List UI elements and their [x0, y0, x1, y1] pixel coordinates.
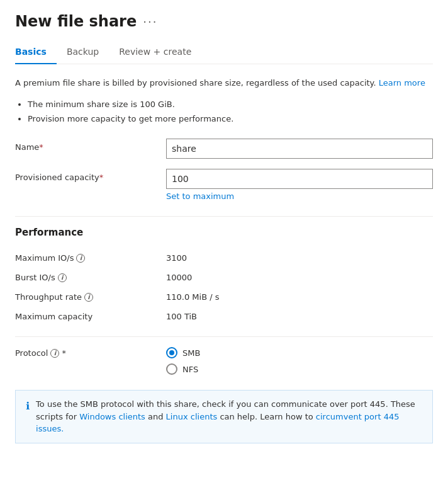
tab-backup[interactable]: Backup — [67, 40, 109, 64]
banner-info-icon: ℹ — [26, 399, 30, 414]
bullet-item-2: Provision more capacity to get more perf… — [28, 111, 433, 126]
throughput-label: Throughput rate i — [15, 292, 166, 302]
burst-ios-row: Burst IO/s i 10000 — [15, 268, 433, 287]
form-section: Name* Provisioned capacity* Set to maxim… — [15, 139, 433, 201]
smb-radio[interactable] — [166, 347, 177, 358]
throughput-row: Throughput rate i 110.0 MiB / s — [15, 287, 433, 307]
name-input[interactable] — [166, 139, 433, 159]
more-options-icon[interactable]: ··· — [143, 15, 157, 28]
capacity-input[interactable] — [166, 169, 433, 189]
premium-info-text: A premium file share is billed by provis… — [15, 77, 433, 89]
performance-rows: Maximum IO/s i 3100 Burst IO/s i 10000 T… — [15, 248, 433, 326]
max-capacity-row: Maximum capacity 100 TiB — [15, 307, 433, 326]
throughput-info-icon[interactable]: i — [84, 293, 93, 302]
burst-ios-value: 10000 — [166, 273, 192, 282]
protocol-label: Protocol i * — [15, 347, 166, 358]
windows-clients-link[interactable]: Windows clients — [79, 412, 145, 421]
performance-section-title: Performance — [15, 227, 433, 238]
nfs-option[interactable]: NFS — [166, 363, 200, 375]
page-title: New file share — [15, 13, 137, 30]
info-bullet-list: The minimum share size is 100 GiB. Provi… — [15, 97, 433, 127]
nfs-radio[interactable] — [166, 363, 177, 375]
throughput-value: 110.0 MiB / s — [166, 292, 220, 302]
capacity-row: Provisioned capacity* Set to maximum — [15, 169, 433, 201]
banner-text: To use the SMB protocol with this share,… — [36, 398, 422, 435]
burst-ios-label: Burst IO/s i — [15, 273, 166, 282]
smb-label: SMB — [182, 348, 200, 358]
nfs-label: NFS — [182, 365, 198, 374]
name-row: Name* — [15, 139, 433, 159]
max-capacity-value: 100 TiB — [166, 312, 197, 321]
tab-basics[interactable]: Basics — [15, 40, 57, 64]
name-label: Name* — [15, 139, 166, 152]
tab-review-create[interactable]: Review + create — [119, 40, 201, 64]
learn-more-link[interactable]: Learn more — [379, 78, 425, 88]
linux-clients-link[interactable]: Linux clients — [166, 412, 218, 421]
protocol-info-icon[interactable]: i — [50, 349, 59, 358]
set-to-maximum-link[interactable]: Set to maximum — [166, 191, 433, 201]
divider-1 — [15, 216, 433, 217]
max-ios-row: Maximum IO/s i 3100 — [15, 248, 433, 268]
max-ios-value: 3100 — [166, 253, 187, 263]
tabs-bar: Basics Backup Review + create — [15, 40, 433, 64]
max-ios-label: Maximum IO/s i — [15, 253, 166, 263]
divider-2 — [15, 336, 433, 337]
max-capacity-label: Maximum capacity — [15, 312, 166, 321]
bullet-item-1: The minimum share size is 100 GiB. — [28, 97, 433, 111]
burst-ios-info-icon[interactable]: i — [58, 273, 67, 282]
smb-option[interactable]: SMB — [166, 347, 200, 358]
page-header: New file share ··· — [15, 13, 433, 30]
max-ios-info-icon[interactable]: i — [76, 254, 85, 263]
smb-info-banner: ℹ To use the SMB protocol with this shar… — [15, 390, 433, 443]
capacity-input-wrap: Set to maximum — [166, 169, 433, 201]
capacity-label: Provisioned capacity* — [15, 169, 166, 182]
name-input-wrap — [166, 139, 433, 159]
protocol-options: SMB NFS — [166, 347, 200, 375]
protocol-section: Protocol i * SMB NFS — [15, 347, 433, 375]
